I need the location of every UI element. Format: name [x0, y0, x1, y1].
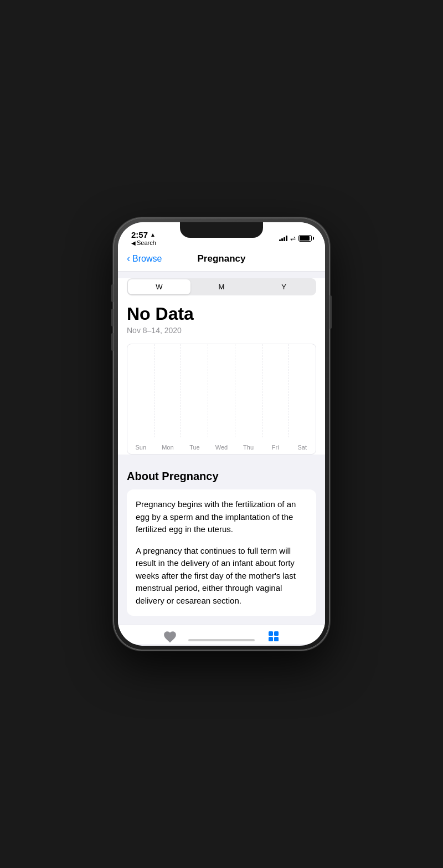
- screen-scroll[interactable]: ‹ Browse Pregnancy W M Y: [118, 248, 325, 644]
- chart-area: Sun Mon Tue Wed Thu Fri Sat: [127, 344, 316, 455]
- phone-frame: 2:57 ▲ ◀ Search ⇌: [114, 218, 329, 650]
- segment-year[interactable]: Y: [253, 279, 315, 294]
- segment-week[interactable]: W: [128, 279, 190, 294]
- page-title: Pregnancy: [198, 253, 246, 264]
- browse-icon: [267, 630, 280, 643]
- label-sat: Sat: [289, 444, 316, 451]
- tab-browse[interactable]: Browse: [222, 630, 325, 644]
- about-paragraph-2: A pregnancy that continues to full term …: [136, 545, 307, 607]
- chart-day-labels: Sun Mon Tue Wed Thu Fri Sat: [127, 444, 316, 451]
- label-sun: Sun: [127, 444, 154, 451]
- notch: [180, 222, 263, 238]
- back-chevron-icon: ‹: [127, 253, 130, 264]
- segment-month[interactable]: M: [190, 279, 253, 294]
- status-icons: ⇌: [279, 234, 312, 242]
- about-card: Pregnancy begins with the fertilization …: [127, 489, 316, 616]
- svg-rect-0: [269, 631, 273, 636]
- date-range: Nov 8–14, 2020: [127, 326, 316, 335]
- clock: 2:57: [131, 230, 148, 239]
- label-mon: Mon: [154, 444, 182, 451]
- label-wed: Wed: [208, 444, 235, 451]
- content-area: W M Y No Data Nov 8–14, 2020: [118, 278, 325, 455]
- svg-rect-1: [274, 631, 279, 636]
- back-arrow-small: ◀: [131, 240, 136, 246]
- svg-rect-2: [269, 637, 273, 641]
- no-data-label: No Data: [127, 304, 316, 324]
- heart-icon: [163, 630, 177, 644]
- segment-control[interactable]: W M Y: [127, 278, 316, 295]
- chart-header: No Data Nov 8–14, 2020: [118, 302, 325, 339]
- back-label: Browse: [132, 254, 162, 264]
- search-label: Search: [137, 239, 156, 246]
- label-thu: Thu: [235, 444, 262, 451]
- location-icon: ▲: [150, 232, 156, 238]
- label-tue: Tue: [181, 444, 208, 451]
- home-indicator: [188, 639, 255, 641]
- svg-rect-3: [274, 637, 279, 641]
- tab-summary[interactable]: Summary: [118, 630, 222, 644]
- battery-icon: [298, 235, 312, 242]
- label-fri: Fri: [262, 444, 289, 451]
- signal-icon: [279, 235, 287, 241]
- navigation-bar: ‹ Browse Pregnancy: [118, 248, 325, 272]
- back-button[interactable]: ‹ Browse: [127, 253, 162, 264]
- about-section: About Pregnancy Pregnancy begins with th…: [118, 459, 325, 625]
- phone-screen: 2:57 ▲ ◀ Search ⇌: [118, 222, 325, 646]
- about-title: About Pregnancy: [127, 470, 316, 483]
- chart-grid: [127, 344, 316, 437]
- about-paragraph-1: Pregnancy begins with the fertilization …: [136, 498, 307, 536]
- wifi-icon: ⇌: [290, 234, 296, 242]
- status-time-area: 2:57 ▲ ◀ Search: [131, 230, 156, 246]
